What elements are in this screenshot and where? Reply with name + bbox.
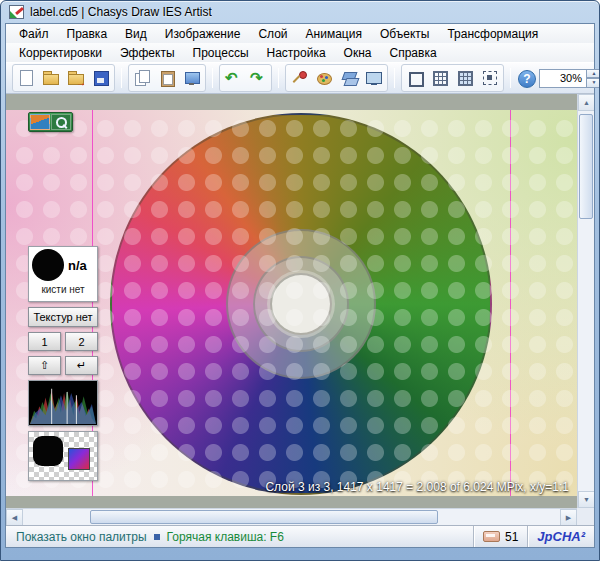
- brush-caption: кисти нет: [32, 284, 94, 295]
- color-swatch-panel: [28, 431, 98, 481]
- palette-icon: [315, 69, 333, 87]
- undo-icon: [224, 69, 242, 87]
- save-icon: [92, 69, 110, 87]
- menu-item-image[interactable]: Изображение: [156, 24, 250, 43]
- cd-disc: [110, 113, 492, 495]
- status-brand-section: JpCHA²: [527, 526, 594, 547]
- toolbar-separator: [510, 68, 511, 88]
- layers-icon: [340, 69, 358, 87]
- palette-button[interactable]: [312, 66, 336, 90]
- pin-icon: [290, 69, 308, 87]
- status-counter-section: 51: [473, 526, 527, 547]
- zoom-tool-button[interactable]: [51, 114, 71, 130]
- open-folder-button[interactable]: [39, 66, 63, 90]
- brush-preview-panel[interactable]: n/a кисти нет: [28, 246, 98, 302]
- vertical-scrollbar[interactable]: [577, 94, 594, 508]
- paste-button[interactable]: [155, 66, 179, 90]
- crop-icon: [406, 69, 424, 87]
- toolbar-group-clipboard: [128, 64, 206, 92]
- menu-item-animation[interactable]: Анимация: [297, 24, 371, 43]
- status-bar-message: Показать окно палитры Горячая клавиша: F…: [6, 530, 473, 544]
- zoom-decrease-button[interactable]: [587, 78, 600, 88]
- screenshot-button[interactable]: [180, 66, 204, 90]
- redo-icon: [249, 69, 267, 87]
- snap-grid-button[interactable]: [453, 66, 477, 90]
- grid-icon: [431, 69, 449, 87]
- vertical-scroll-thumb[interactable]: [579, 114, 593, 219]
- toolbar-group-view: [401, 64, 504, 92]
- arrow-up-button[interactable]: ⇧: [28, 356, 61, 375]
- grid-button[interactable]: [428, 66, 452, 90]
- help-icon: [517, 69, 535, 87]
- fit-screen-button[interactable]: [478, 66, 502, 90]
- import-button[interactable]: [64, 66, 88, 90]
- zoom-control: 30%: [539, 69, 600, 88]
- display-button[interactable]: [362, 66, 386, 90]
- preset-2-button[interactable]: 2: [65, 332, 98, 351]
- main-toolbar: 30%: [6, 62, 594, 94]
- import-icon: [67, 69, 85, 87]
- canvas-workspace[interactable]: Слой 3 из 3, 1417 x 1417 = 2.008 of 6.02…: [6, 94, 577, 508]
- guide-line-right: [510, 110, 511, 496]
- menu-item-help[interactable]: Справка: [381, 43, 446, 62]
- title-bar[interactable]: label.cd5 | Chasys Draw IES Artist: [1, 1, 599, 23]
- redo-button[interactable]: [246, 66, 270, 90]
- save-button[interactable]: [89, 66, 113, 90]
- client-area: Файл Правка Вид Изображение Слой Анимаци…: [5, 23, 595, 548]
- menu-item-file[interactable]: Файл: [10, 24, 58, 43]
- pin-button[interactable]: [287, 66, 311, 90]
- toolbar-separator: [212, 68, 213, 88]
- menu-item-settings[interactable]: Настройка: [258, 43, 335, 62]
- zoom-value[interactable]: 30%: [539, 69, 587, 88]
- import-arrow-icon: [76, 77, 86, 88]
- histogram-icon: [30, 382, 96, 424]
- undo-button[interactable]: [221, 66, 245, 90]
- toolbar-group-history: [219, 64, 272, 92]
- menu-item-windows[interactable]: Окна: [335, 43, 381, 62]
- toolbar-separator: [394, 68, 395, 88]
- crop-button[interactable]: [403, 66, 427, 90]
- cd-center-hole: [270, 273, 332, 335]
- scroll-down-button[interactable]: [578, 491, 594, 508]
- scroll-left-button[interactable]: [6, 509, 23, 525]
- menu-item-layer[interactable]: Слой: [249, 24, 296, 43]
- scroll-right-button[interactable]: [560, 509, 577, 525]
- help-button[interactable]: [517, 66, 535, 90]
- menu-item-adjustments[interactable]: Корректировки: [10, 43, 111, 62]
- thumbnail-button[interactable]: [30, 114, 50, 130]
- menu-item-objects[interactable]: Объекты: [371, 24, 439, 43]
- toolbar-group-file: [12, 64, 115, 92]
- copy-button[interactable]: [130, 66, 154, 90]
- menu-item-edit[interactable]: Правка: [58, 24, 117, 43]
- chalk-icon: [483, 531, 500, 542]
- menu-item-view[interactable]: Вид: [116, 24, 156, 43]
- scroll-up-button[interactable]: [578, 94, 594, 111]
- menu-item-effects[interactable]: Эффекты: [111, 43, 184, 62]
- window-title: label.cd5 | Chasys Draw IES Artist: [30, 5, 212, 19]
- app-window: label.cd5 | Chasys Draw IES Artist Файл …: [0, 0, 600, 561]
- menu-item-transform[interactable]: Трансформация: [438, 24, 547, 43]
- layers-button[interactable]: [337, 66, 361, 90]
- display-icon: [365, 69, 383, 87]
- menu-item-processes[interactable]: Процессы: [184, 43, 258, 62]
- primary-color-swatch[interactable]: [33, 436, 63, 466]
- histogram-panel[interactable]: [28, 380, 98, 426]
- arrow-button-row: ⇧ ↵: [28, 356, 98, 375]
- horizontal-scroll-thumb[interactable]: [90, 510, 438, 524]
- preset-1-button[interactable]: 1: [28, 332, 61, 351]
- new-file-button[interactable]: [14, 66, 38, 90]
- open-folder-icon: [42, 69, 60, 87]
- paste-icon: [158, 69, 176, 87]
- texture-button[interactable]: Текстур нет: [28, 307, 98, 327]
- scrollbar-corner: [577, 508, 594, 525]
- arrow-return-button[interactable]: ↵: [65, 356, 98, 375]
- horizontal-scrollbar[interactable]: [6, 508, 577, 525]
- hotkey-hint-text: Горячая клавиша: F6: [167, 530, 284, 544]
- palette-hint-text: Показать окно палитры: [16, 530, 147, 544]
- toolbar-group-tools: [285, 64, 388, 92]
- cd-stacking-ring: [253, 256, 349, 352]
- secondary-color-swatch[interactable]: [68, 448, 90, 470]
- zoom-increase-button[interactable]: [587, 69, 600, 79]
- zoom-spinner: [587, 69, 600, 88]
- status-bullet-icon: [154, 534, 160, 540]
